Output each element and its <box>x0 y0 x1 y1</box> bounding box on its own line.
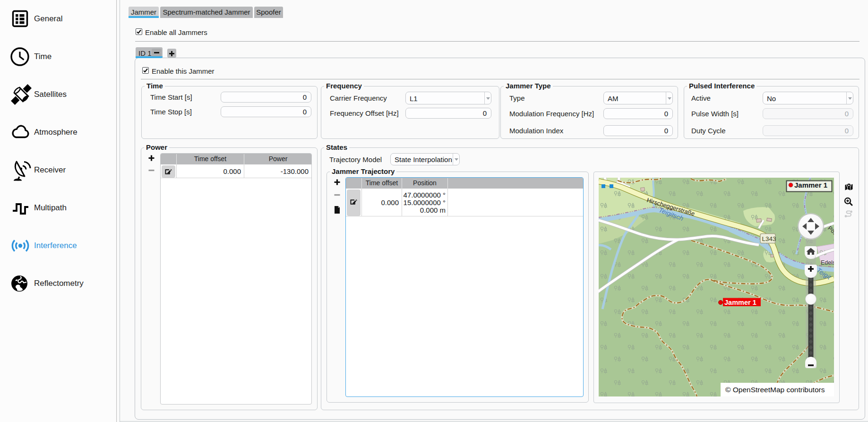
svg-text:Edels: Edels <box>821 259 834 266</box>
svg-text:Jammer 1: Jammer 1 <box>724 299 756 306</box>
svg-text:© OpenStreetMap contributors: © OpenStreetMap contributors <box>725 386 825 394</box>
svg-text:L343: L343 <box>762 235 776 242</box>
svg-text:Jammer 1: Jammer 1 <box>794 181 827 189</box>
